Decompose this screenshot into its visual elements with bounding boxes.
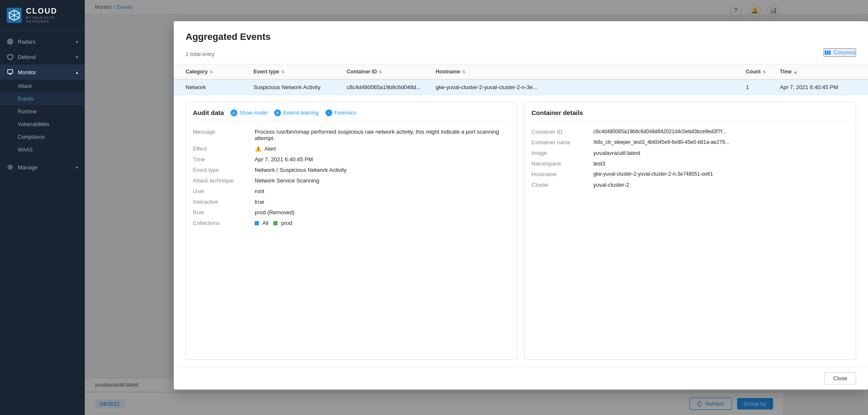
chevron-down-icon: ▾ [76,165,78,170]
image-value: yuvalavra/util:latest [593,150,849,156]
detail-row-container-id: Container ID c8c4d480065a19b8c6d048d8420… [531,129,849,135]
sidebar-subitem-runtime[interactable]: Runtime [0,105,85,118]
sort-icon: ⇅ [281,70,284,74]
th-event-type: Event type ⇅ [253,69,347,75]
svg-rect-13 [825,50,826,55]
chevron-up-icon: ▴ [76,70,78,75]
detail-row-hostname-container: Hostname gke-yuval-cluster-2-yuval-clust… [531,171,849,177]
detail-row-container-name: Container name /k8s_ctr_sleeper_test3_4b… [531,139,849,146]
interactive-value: true [255,199,510,205]
sidebar-subitem-compliance[interactable]: Compliance [0,131,85,143]
chevron-down-icon: ▾ [76,55,78,59]
td-container-id: c8c4d480065a19b8c6d048d... [347,84,436,90]
th-hostname: Hostname ⇅ [436,69,746,75]
container-id-value: c8c4d480065a19b8c6d048d842021d4c0ebd3bce… [593,129,849,135]
collections-label: Collections [193,220,252,226]
collection-tag-prod: prod [273,220,292,226]
audit-panel: Audit data ◎ Show model ⊕ Extend learnin… [186,102,517,360]
detail-row-user: User root [193,188,510,194]
attack-technique-label: Attack technique [193,177,252,184]
modal-footer: Close [174,367,868,390]
svg-point-7 [10,41,11,42]
collections-tags: All prod [255,220,510,226]
radar-icon [7,38,14,45]
svg-rect-8 [8,70,13,73]
event-type-label: Event type [193,167,252,173]
event-type-value: Network / Suspicious Network Activity [255,167,510,173]
cluster-value: yuval-cluster-2 [593,182,849,188]
namespace-value: test3 [593,160,849,167]
close-button[interactable]: Close [824,372,856,384]
effect-label: Effect [193,146,252,152]
time-value: Apr 7, 2021 6:40:45 PM [255,156,510,163]
sort-icon: ⇅ [462,70,465,74]
td-category: Network [186,84,253,90]
chevron-down-icon: ▾ [76,39,78,44]
detail-row-interactive: Interactive true [193,199,510,205]
detail-row-message: Message Process /usr/bin/nmap performed … [193,129,510,141]
sort-icon: ⇅ [378,70,382,74]
effect-value: ⚠️ Alert [255,146,510,152]
user-value: root [255,188,510,194]
extend-learning-icon: ⊕ [274,109,281,116]
rule-value: prod (Removed) [255,209,510,216]
cloud-logo-icon [7,8,22,23]
container-id-label: Container ID [531,129,591,135]
shield-icon [7,53,14,60]
container-panel-header: Container details [531,109,849,122]
th-category: Category ⇅ [186,69,253,75]
table-header: Category ⇅ Event type ⇅ Container ID ⇅ H… [174,64,868,80]
gear-icon [7,164,14,171]
sidebar-item-radars[interactable]: Radars ▾ [0,34,85,49]
main-content: Monitor / Events ? 🔔 📊 Total 1 1 1 ▲ Hid… [85,0,868,415]
th-count: Count ⇅ [746,69,780,75]
attack-technique-value: Network Service Scanning [255,177,510,184]
message-label: Message [193,129,252,141]
show-model-button[interactable]: ◎ Show model [231,109,267,116]
container-name-value: /k8s_ctr_sleeper_test3_4b6045e9-6e90-45e… [593,139,849,146]
detail-row-event-type: Event type Network / Suspicious Network … [193,167,510,173]
sidebar-subitem-waas[interactable]: WAAS [0,143,85,156]
sidebar-subitem-events[interactable]: Events [0,93,85,105]
logo-text: CLOUD [26,7,78,16]
audit-panel-header: Audit data ◎ Show model ⊕ Extend learnin… [193,109,510,122]
namespace-label: Namespace [531,160,591,167]
sort-up-active-icon: ▲ [793,70,798,74]
rule-label: Rule [193,209,252,216]
sidebar-item-monitor-label: Monitor [18,69,36,76]
th-time: Time ▲ [780,69,856,75]
columns-button[interactable]: Columns [823,48,856,57]
interactive-label: Interactive [193,199,252,205]
logo-sub: BY PALO ALTO NETWORKS [26,16,78,23]
sidebar-subitem-vulnerabilities[interactable]: Vulnerabilities [0,118,85,131]
container-panel: Container details Container ID c8c4d4800… [524,102,856,360]
table-row[interactable]: Network Suspicious Network Activity c8c4… [174,80,868,95]
sort-icon: ⇅ [209,70,213,74]
forensics-button[interactable]: ↑ Forensics [326,109,356,116]
detail-area: Audit data ◎ Show model ⊕ Extend learnin… [174,95,868,367]
sidebar-subitem-attack[interactable]: Attack [0,80,85,93]
user-label: User [193,188,252,194]
sidebar-item-manage[interactable]: Manage ▾ [0,160,85,175]
detail-row-image: Image yuvalavra/util:latest [531,150,849,156]
container-name-label: Container name [531,139,591,146]
extend-learning-button[interactable]: ⊕ Extend learning [274,109,318,116]
tag-green-icon [273,221,278,225]
sidebar-item-defend[interactable]: Defend ▾ [0,49,85,64]
aggregated-events-modal: Aggregated Events 1 total entry Columns … [174,21,868,390]
columns-icon [824,49,831,56]
detail-row-rule: Rule prod (Removed) [193,209,510,216]
audit-panel-title: Audit data [193,109,224,116]
detail-row-cluster: Cluster yuval-cluster-2 [531,182,849,188]
sort-icon: ⇅ [762,70,766,74]
message-value: Process /usr/bin/nmap performed suspicio… [255,129,510,141]
sidebar-item-manage-label: Manage [18,164,38,171]
cluster-label: Cluster [531,182,591,188]
detail-row-time: Time Apr 7, 2021 6:40:45 PM [193,156,510,163]
forensics-icon: ↑ [326,109,332,116]
collections-value: All prod [255,220,510,226]
sidebar-item-monitor[interactable]: Monitor ▴ [0,64,85,80]
detail-row-effect: Effect ⚠️ Alert [193,146,510,152]
time-label: Time [193,156,252,163]
sidebar-logo: CLOUD BY PALO ALTO NETWORKS [0,0,85,31]
